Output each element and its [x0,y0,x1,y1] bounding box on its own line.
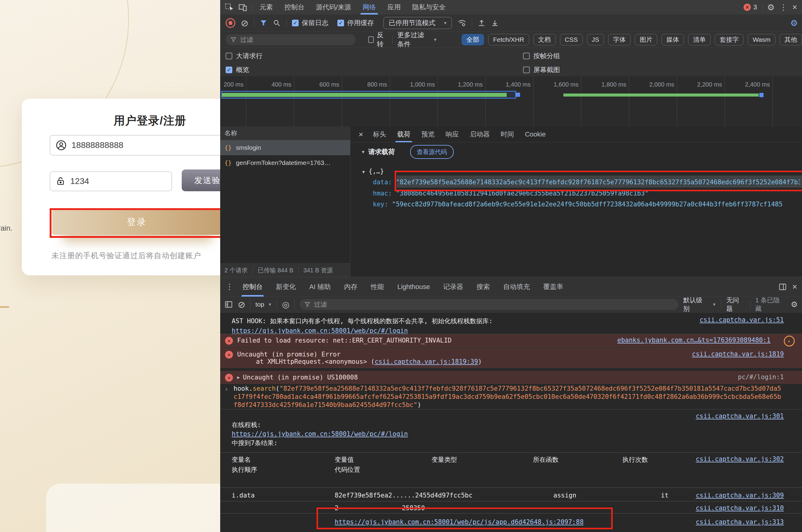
payload-root-node[interactable]: ▼ {,…} [362,168,384,175]
group-by-frame-checkbox[interactable]: 按帧分组 [523,52,560,60]
source-location[interactable]: pc/#/login:1 [738,374,784,381]
drawer-kebab-icon[interactable]: ⋮ [226,282,234,291]
source-location-link[interactable]: csii.captcha.var.js:51 [700,316,784,323]
console-command-hook-search[interactable]: hook.search("82ef739e58f5ea25688e7148332… [234,385,782,409]
tab-network[interactable]: 网络 [357,0,382,15]
chip-js[interactable]: JS [587,34,604,45]
chip-other[interactable]: 其他 [780,34,802,45]
drawer-tab-coverage[interactable]: 覆盖率 [543,277,563,297]
issues-counter[interactable]: 无问题 [726,296,745,313]
import-har-icon[interactable] [478,19,486,27]
network-filter-input[interactable]: 过滤 [226,34,356,45]
screenshots-checkbox[interactable]: 屏幕截图 [523,65,560,74]
network-conditions-icon[interactable] [457,18,467,27]
network-settings-gear-icon[interactable]: ⚙ [790,18,802,28]
disable-cache-checkbox[interactable]: ✓ 停用缓存 [338,18,374,27]
context-selector[interactable]: top▼ [255,301,272,308]
source-location-link[interactable]: csii.captcha.var.js:302 [696,455,784,463]
chip-doc[interactable]: 文档 [533,34,556,45]
console-sidebar-icon[interactable] [224,300,233,309]
export-har-icon[interactable] [491,19,499,27]
detail-tab-initiator[interactable]: 启动器 [470,127,490,142]
drawer-tab-autofill[interactable]: 自动填充 [503,277,530,297]
drawer-tab-recorder[interactable]: 记录器 [443,277,463,297]
console-link-login-url[interactable]: https://gjs.jybank.com.cn:58001/web/pc/#… [232,430,408,438]
source-location-link[interactable]: csii.captcha.var.js:1819 [692,350,784,358]
close-details-icon[interactable]: × [359,130,363,139]
tab-sources[interactable]: 源代码/来源 [310,0,357,15]
settings-gear-icon[interactable]: ⚙ [767,2,775,13]
console-settings-gear-icon[interactable]: ⚙ [791,300,798,309]
stack-frame-link[interactable]: csii.captcha.var.js:1819:39 [375,358,478,365]
selection-handle[interactable] [759,93,764,97]
clear-network-log-icon[interactable]: ⊘ [241,18,248,28]
drawer-tab-console[interactable]: 控制台 [242,277,262,297]
preserve-log-checkbox[interactable]: ✓ 保留日志 [292,18,328,27]
annotation-box-login-button [50,208,224,238]
drawer-tab-memory[interactable]: 内存 [344,277,358,297]
chip-css[interactable]: CSS [560,34,583,45]
chip-all[interactable]: 全部 [461,34,484,45]
drawer-tab-search[interactable]: 搜索 [477,277,490,297]
detail-tab-response[interactable]: 响应 [445,127,459,142]
requests-name-header[interactable]: 名称 [220,127,350,140]
source-location-link[interactable]: ebanks.jybank.com.cn…&ts=1763693089480:1 [617,337,770,344]
initiator-chain-icon[interactable]: ▸ [784,336,795,346]
overview-checkbox[interactable]: ✓概览 [226,65,249,74]
chip-wasm[interactable]: Wasm [748,34,776,45]
console-link-login-url[interactable]: https://gjs.jybank.com.cn:58001/web/pc/#… [232,327,408,335]
filter-funnel-icon[interactable] [259,19,268,27]
dock-side-icon[interactable] [778,283,787,291]
chip-font[interactable]: 字体 [608,34,631,45]
inspect-element-icon[interactable] [224,3,234,12]
device-toolbar-icon[interactable] [238,3,248,12]
clear-console-icon[interactable]: ⊘ [238,299,245,310]
console-filter-input[interactable]: 过滤 [299,299,678,310]
view-source-button[interactable]: 查看源代码 [410,145,454,159]
error-icon: ✕ [225,351,233,359]
invert-filter-checkbox[interactable]: 反转 [368,32,387,48]
tab-console[interactable]: 控制台 [279,0,310,15]
source-location-link[interactable]: csii.captcha.var.js:309 [696,492,784,499]
request-row-genformtoken[interactable]: {} genFormToken?datetime=1763… [220,155,350,170]
source-location-link[interactable]: csii.captcha.var.js:313 [696,518,784,526]
more-filters-dropdown[interactable]: 更多过滤条件▼ [397,32,437,48]
big-request-rows-checkbox[interactable]: 大请求行 [226,52,262,60]
chip-manifest[interactable]: 清单 [688,34,711,45]
detail-tab-preview[interactable]: 预览 [421,127,435,142]
chip-img[interactable]: 图片 [635,34,657,45]
record-network-log-button[interactable] [226,18,235,28]
chip-media[interactable]: 媒体 [661,34,684,45]
source-location-link[interactable]: csii.captcha.var.js:301 [696,413,784,420]
close-devtools-icon[interactable]: × [792,2,797,12]
drawer-tab-lighthouse[interactable]: Lighthouse [397,277,430,297]
live-expression-eye-icon[interactable]: ◎ [282,300,289,309]
drawer-tab-ai[interactable]: AI 辅助 [309,277,331,297]
detail-tab-timing[interactable]: 时间 [500,127,514,142]
expand-triangle-icon[interactable]: ▶ [237,375,240,380]
tab-elements[interactable]: 元素 [254,0,279,15]
close-drawer-icon[interactable]: × [792,282,797,292]
drawer-tab-changes[interactable]: 新变化 [276,277,296,297]
payload-key-row[interactable]: key: "59ecc82d977b0afeacd8f2a6eb9c9ce55e… [373,201,800,208]
chip-fetch-xhr[interactable]: Fetch/XHR [488,34,529,45]
search-icon[interactable] [273,19,281,27]
log-level-dropdown[interactable]: 默认级别▼ [683,296,716,313]
detail-tab-payload[interactable]: 载荷 [397,127,411,142]
drawer-tab-performance[interactable]: 性能 [371,277,384,297]
tab-application[interactable]: 应用 [382,0,406,15]
kebab-menu-icon[interactable]: ⋮ [780,3,787,12]
sms-code-input[interactable]: 1234 [50,171,172,191]
selection-handle[interactable] [516,93,520,97]
chip-socket[interactable]: 套接字 [715,34,744,45]
detail-tab-cookie[interactable]: Cookie [525,127,545,142]
request-row-smslogin[interactable]: {} smslogin [220,140,350,155]
collapse-caret-icon[interactable]: ▼ [361,150,365,154]
network-overview-timeline[interactable]: 200 ms 400 ms 600 ms 800 ms 1,000 ms 1,2… [220,76,802,127]
hidden-messages-count[interactable]: 1 条已隐藏 [755,296,786,313]
source-location-link[interactable]: csii.captcha.var.js:310 [696,505,784,512]
tab-privacy[interactable]: 隐私与安全 [406,0,451,15]
error-count-badge[interactable]: ✕ 3 [744,3,757,11]
throttling-select[interactable]: 已停用节流模式▼ [383,17,452,29]
detail-tab-headers[interactable]: 标头 [373,127,386,142]
